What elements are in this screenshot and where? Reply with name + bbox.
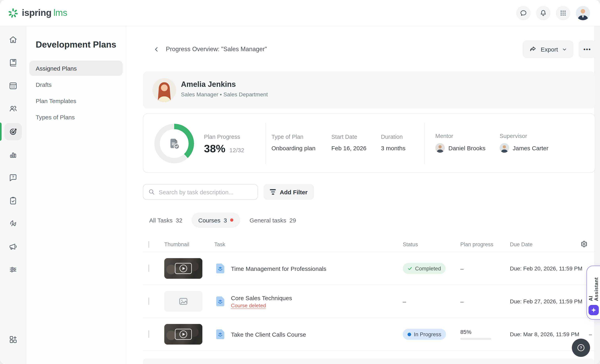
person-label: Mentor — [435, 133, 453, 139]
employee-role: Sales Manager • Sales Department — [181, 91, 268, 98]
field-label: Type of Plan — [272, 134, 303, 140]
ispring-burst-icon — [8, 8, 18, 18]
task-title[interactable]: Core Sales Techniques — [231, 294, 292, 301]
select-all-checkbox[interactable] — [148, 241, 149, 248]
chevron-down-icon — [562, 46, 567, 52]
share-icon — [529, 45, 537, 53]
column-task: Task — [214, 241, 403, 247]
calendar-icon — [8, 81, 18, 91]
status-value: – — [403, 298, 460, 305]
ai-assistant-tab[interactable]: AI Assistant — [587, 266, 600, 319]
rail-add-ons[interactable] — [0, 331, 26, 348]
plan-progress-fraction: 12/32 — [229, 147, 244, 154]
chat-icon — [519, 9, 527, 17]
course-thumbnail[interactable] — [164, 324, 202, 345]
page-header: Progress Overview: "Sales Manager" — [152, 41, 267, 57]
rail-question-chat[interactable]: ? — [0, 169, 26, 186]
next-section-edge — [143, 358, 594, 364]
status-label: In Progress — [414, 331, 441, 337]
in-progress-dot — [408, 332, 411, 336]
employee-name: Amelia Jenkins — [181, 80, 236, 89]
table-row[interactable]: Core Sales Techniques Course deleted – –… — [143, 285, 594, 318]
task-title[interactable]: Time Management for Professionals — [231, 265, 326, 272]
search-input[interactable] — [159, 189, 253, 195]
task-tabs: All Tasks 32 Courses 3 General tasks 29 — [149, 212, 303, 228]
question-mark-icon: ? — [576, 343, 586, 353]
table-row[interactable]: Time Management for Professionals Comple… — [143, 252, 594, 285]
clipped-cell: – — [587, 331, 594, 337]
plan-progress-label: Plan Progress — [204, 134, 240, 140]
ispring-logo: ispringlms — [8, 8, 67, 18]
rail-person-sync[interactable] — [0, 215, 26, 232]
tab-all-tasks[interactable]: All Tasks 32 — [149, 212, 189, 228]
row-checkbox[interactable] — [148, 297, 149, 305]
book-icon — [8, 58, 18, 67]
status-label: Completed — [415, 265, 441, 271]
rail-clipboard[interactable] — [0, 192, 26, 209]
header-actions: Export ••• — [522, 40, 596, 58]
row-checkbox[interactable] — [148, 330, 149, 338]
export-button[interactable]: Export — [522, 40, 573, 58]
rail-calendar[interactable] — [0, 77, 26, 94]
course-thumbnail[interactable] — [164, 258, 202, 279]
more-options-button[interactable]: ••• — [579, 40, 596, 58]
plan-progress-value: – — [460, 298, 510, 305]
rail-reports[interactable] — [0, 146, 26, 163]
course-file-icon — [214, 328, 226, 340]
rail-book[interactable] — [0, 54, 26, 71]
messages-button[interactable] — [516, 6, 531, 20]
status-badge-completed: Completed — [403, 263, 446, 274]
user-avatar[interactable] — [576, 6, 590, 20]
row-checkbox[interactable] — [148, 264, 149, 272]
field-value: 3 months — [381, 145, 405, 152]
tab-count: 29 — [290, 217, 296, 223]
plan-summary-card: Plan Progress 38% 12/32 Type of Plan Onb… — [143, 113, 595, 173]
sidebar-item-types-of-plans[interactable]: Types of Plans — [29, 109, 123, 125]
tab-courses[interactable]: Courses 3 — [191, 212, 240, 228]
mentor-avatar — [435, 143, 445, 153]
progress-bar — [460, 338, 491, 340]
rail-megaphone[interactable] — [0, 238, 26, 255]
back-button[interactable] — [152, 45, 161, 54]
tab-label: General tasks — [250, 217, 286, 223]
tab-count: 3 — [224, 217, 227, 223]
gear-icon — [580, 240, 588, 248]
course-deleted-note[interactable]: Course deleted — [231, 302, 292, 308]
rail-people[interactable] — [0, 100, 26, 117]
rail-development-plans[interactable] — [0, 123, 26, 140]
add-filter-button[interactable]: Add Filter — [263, 184, 314, 200]
rail-active-indicator — [0, 123, 2, 141]
tab-count: 32 — [176, 217, 182, 223]
grid-plus-icon — [8, 335, 18, 344]
sidebar-title: Development Plans — [36, 38, 116, 51]
help-button[interactable]: ? — [572, 339, 590, 357]
supervisor-avatar — [500, 143, 509, 153]
rail-home[interactable] — [0, 31, 26, 48]
table-row[interactable]: Take the Client Calls Course In Progress… — [143, 318, 594, 351]
topbar: ispringlms — [0, 0, 600, 26]
image-placeholder-icon — [178, 296, 188, 307]
rail-sliders[interactable] — [0, 261, 26, 278]
sidebar-item-drafts[interactable]: Drafts — [29, 77, 123, 92]
sidebar-item-label: Plan Templates — [36, 97, 76, 104]
page-title: Progress Overview: "Sales Manager" — [166, 46, 267, 53]
task-title[interactable]: Take the Client Calls Course — [231, 331, 306, 338]
tab-general-tasks[interactable]: General tasks 29 — [243, 212, 303, 228]
sliders-icon — [8, 265, 18, 274]
sidebar-items: Assigned Plans Drafts Plan Templates Typ… — [26, 61, 126, 125]
notifications-button[interactable] — [536, 6, 550, 20]
logo-text: ispringlms — [22, 8, 67, 18]
app-window: ispringlms — [0, 0, 600, 364]
status-badge-in-progress: In Progress — [403, 329, 446, 340]
logo-primary: ispring — [22, 8, 51, 18]
people-icon — [8, 104, 18, 113]
sidebar-item-plan-templates[interactable]: Plan Templates — [29, 93, 123, 108]
field-value: Onboarding plan — [272, 145, 316, 152]
chevron-left-icon — [153, 46, 160, 53]
search-icon — [148, 188, 155, 195]
sidebar-item-assigned-plans[interactable]: Assigned Plans — [29, 61, 123, 76]
app-launcher-button[interactable] — [556, 6, 570, 20]
table-settings-button[interactable] — [580, 240, 588, 249]
target-icon — [8, 127, 18, 136]
home-icon — [8, 35, 18, 45]
